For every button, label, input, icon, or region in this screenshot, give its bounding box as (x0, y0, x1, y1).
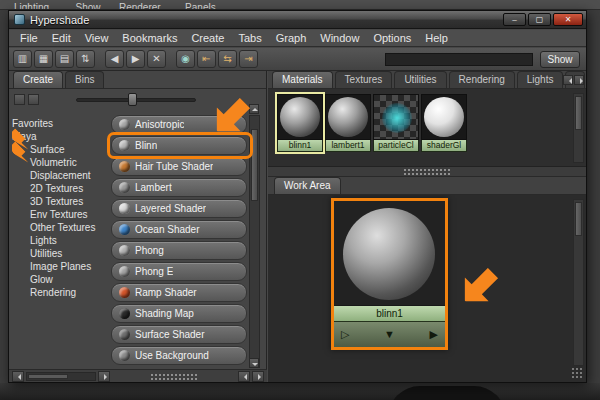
panel-splitter[interactable] (268, 167, 586, 177)
tree-item-env-textures[interactable]: Env Textures (12, 208, 111, 221)
tree-item-3d-textures[interactable]: 3D Textures (12, 195, 111, 208)
tab-materials[interactable]: Materials (272, 71, 333, 88)
menu-lighting[interactable]: Lighting (14, 2, 49, 10)
tree-item-displacement[interactable]: Displacement (12, 169, 111, 182)
scroll-left-icon[interactable] (12, 371, 24, 382)
menu-help[interactable]: Help (418, 30, 455, 46)
tab-scroll-right-icon[interactable] (574, 75, 584, 85)
tab-utilities[interactable]: Utilities (394, 71, 446, 88)
tab-rendering[interactable]: Rendering (449, 71, 515, 88)
shader-item-surface-shader[interactable]: Surface Shader (111, 325, 247, 344)
tab-lights[interactable]: Lights (517, 71, 564, 88)
shader-list-scrollbar[interactable] (249, 115, 260, 368)
menu-renderer[interactable]: Renderer (119, 2, 161, 10)
tab-textures[interactable]: Textures (335, 71, 393, 88)
sort-icon[interactable]: ⇅ (76, 50, 95, 68)
menu-view[interactable]: View (78, 30, 116, 46)
tree-item-glow[interactable]: Glow (12, 273, 111, 286)
scrollbar-handle[interactable] (251, 129, 258, 201)
tree-horizontal-scrollbar[interactable] (9, 369, 267, 382)
show-button[interactable]: Show (540, 51, 580, 68)
menu-graph[interactable]: Graph (269, 30, 314, 46)
swatch-blinn1[interactable]: blinn1 (277, 94, 323, 152)
swatch-shader-glow[interactable]: shaderGl (421, 94, 467, 152)
slider-handle[interactable] (128, 93, 137, 106)
close-button[interactable]: ✕ (553, 13, 583, 26)
maximize-button[interactable]: ▢ (528, 13, 551, 26)
work-area-scrollbar[interactable] (573, 199, 584, 366)
output-connections-icon[interactable]: ⇥ (239, 50, 258, 68)
show-connections-icon[interactable]: ▼ (384, 329, 395, 340)
tree-item-2d-textures[interactable]: 2D Textures (12, 182, 111, 195)
clear-graph-icon[interactable]: ✕ (147, 50, 166, 68)
scroll-right-icon[interactable] (98, 371, 110, 382)
tree-item-image-planes[interactable]: Image Planes (12, 260, 111, 273)
shader-label: Use Background (135, 350, 209, 361)
scrollbar-track[interactable] (26, 372, 96, 381)
swatch-area-scrollbar[interactable] (573, 93, 584, 163)
resize-grip[interactable] (571, 367, 583, 379)
menu-bookmarks[interactable]: Bookmarks (115, 30, 184, 46)
shader-item-phong-e[interactable]: Phong E (111, 262, 247, 281)
menu-window[interactable]: Window (313, 30, 366, 46)
scroll-up-icon[interactable] (249, 104, 259, 114)
scrollbar-handle[interactable] (575, 202, 582, 236)
tab-work-area[interactable]: Work Area (274, 177, 341, 194)
menu-panels[interactable]: Panels (185, 2, 216, 10)
menu-show[interactable]: Show (75, 2, 100, 10)
swatch-size-slider[interactable] (76, 93, 196, 106)
tree-item-surface[interactable]: Surface (12, 143, 111, 156)
title-bar[interactable]: Hypershade – ▢ ✕ (9, 11, 586, 29)
filter-field[interactable] (385, 53, 533, 66)
tab-scroll-left-icon[interactable] (563, 75, 573, 85)
menu-file[interactable]: File (13, 30, 45, 46)
shader-item-hair-tube-shader[interactable]: Hair Tube Shader (111, 157, 247, 176)
tree-item-maya[interactable]: ▾Maya (12, 130, 111, 143)
next-graph-icon[interactable]: ▶ (126, 50, 145, 68)
menu-tabs[interactable]: Tabs (231, 30, 268, 46)
shader-item-ramp-shader[interactable]: Ramp Shader (111, 283, 247, 302)
shader-item-shading-map[interactable]: Shading Map (111, 304, 247, 323)
list-view-icon[interactable]: ▤ (55, 50, 74, 68)
tree-item-lights[interactable]: Lights (12, 234, 111, 247)
tab-create[interactable]: Create (13, 71, 63, 88)
previous-graph-icon[interactable]: ◀ (105, 50, 124, 68)
tree-item-utilities[interactable]: Utilities (12, 247, 111, 260)
swatch-grid-icon[interactable]: ▦ (34, 50, 53, 68)
display-mode-toggle-icon[interactable] (28, 94, 39, 105)
blinn1-node[interactable]: blinn1 ▷ ▼ ▶ (331, 198, 448, 350)
shader-item-ocean-shader[interactable]: Ocean Shader (111, 220, 247, 239)
expand-node-icon[interactable]: ▶ (430, 329, 438, 340)
menu-options[interactable]: Options (366, 30, 418, 46)
shader-item-use-background[interactable]: Use Background (111, 346, 247, 365)
swatch-particle-cloud[interactable]: particleCl (373, 94, 419, 152)
swatch-size-toggle-icon[interactable] (14, 94, 25, 105)
input-output-connections-icon[interactable]: ⇆ (218, 50, 237, 68)
minimize-button[interactable]: – (503, 13, 526, 26)
tree-item-volumetric[interactable]: Volumetric (12, 156, 111, 169)
menu-create[interactable]: Create (184, 30, 231, 46)
shader-item-layered-shader[interactable]: Layered Shader (111, 199, 247, 218)
shader-item-lambert[interactable]: Lambert (111, 178, 247, 197)
scroll-down-icon[interactable] (249, 358, 259, 368)
sphere-preview-icon (424, 97, 464, 137)
shader-item-blinn[interactable]: Blinn (111, 136, 247, 155)
tree-item-rendering[interactable]: Rendering (12, 286, 111, 299)
tree-item-favorites[interactable]: ▾Favorites (12, 117, 111, 130)
graph-material-icon[interactable]: ◉ (176, 50, 195, 68)
scroll-right-icon[interactable] (252, 371, 264, 382)
menu-edit[interactable]: Edit (45, 30, 78, 46)
material-preview (325, 94, 371, 140)
scrollbar-handle[interactable] (28, 374, 68, 379)
shader-item-phong[interactable]: Phong (111, 241, 247, 260)
input-connections-icon[interactable]: ⇤ (197, 50, 216, 68)
panel-splitter-grip[interactable] (150, 373, 198, 380)
scrollbar-handle[interactable] (575, 96, 582, 130)
tab-bins[interactable]: Bins (65, 71, 104, 88)
toggle-section-icon[interactable]: ▷ (341, 329, 349, 340)
work-area-canvas[interactable]: blinn1 ▷ ▼ ▶ (268, 195, 586, 382)
swatch-lambert1[interactable]: lambert1 (325, 94, 371, 152)
scroll-left-icon[interactable] (238, 371, 250, 382)
tree-item-other-textures[interactable]: Other Textures (12, 221, 111, 234)
toggle-create-bar-icon[interactable]: ▥ (13, 50, 32, 68)
